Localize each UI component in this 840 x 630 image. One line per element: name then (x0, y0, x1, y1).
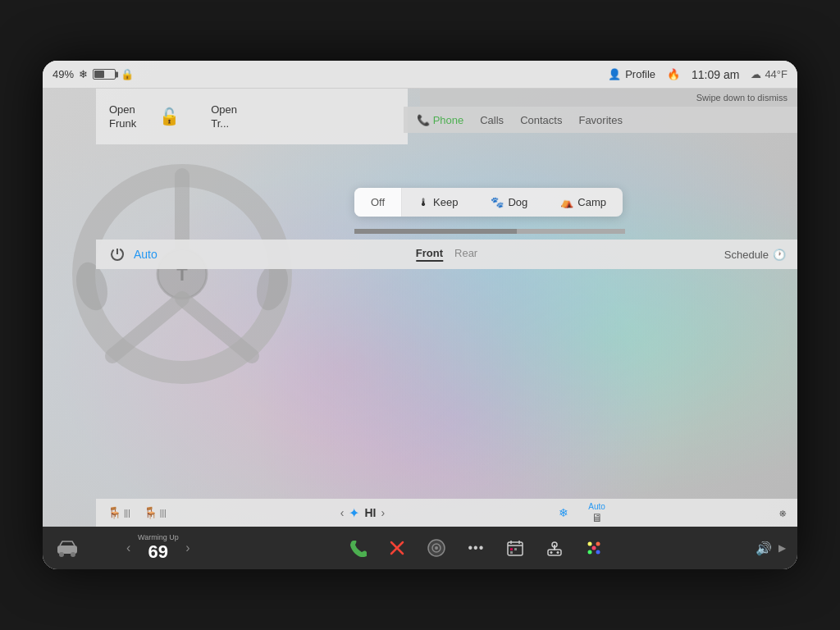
auto-button[interactable]: Auto (134, 248, 158, 261)
auto-ac-label: Auto (588, 502, 605, 511)
temp-increase-button[interactable]: › (185, 541, 189, 555)
svg-rect-24 (510, 551, 513, 554)
temp-value: 69 (148, 541, 168, 562)
calls-tab[interactable]: Calls (480, 114, 504, 126)
mode-panel: Off 🌡 Keep 🐾 Dog ⛺ Camp (354, 188, 623, 217)
screen-content: T 49% ❄ 🔒 (43, 61, 797, 569)
controls-panel: Open Frunk 🔓 Open Tr... (96, 89, 408, 144)
temperature-value: 44°F (765, 68, 788, 80)
svg-point-11 (59, 552, 64, 557)
schedule-label: Schedule (724, 249, 769, 261)
bottom-icons-row: ••• (197, 535, 756, 561)
keep-label: Keep (433, 196, 458, 208)
profile-label: Profile (625, 68, 655, 80)
phone-bar: 📞 Phone Calls Contacts Favorites (404, 107, 797, 133)
seat-controls-bar: 🪑 ||| 🪑 ||| ‹ ✦ HI › ❄ Auto 🖥 ⎈ (96, 499, 797, 527)
open-frunk-label: Open (109, 103, 135, 116)
svg-line-4 (112, 299, 182, 356)
frunk-button[interactable]: Open Frunk (109, 103, 136, 130)
seat-rear-bars: ||| (160, 509, 167, 518)
status-center: 👤 Profile 🔥 11:09 am ☁ 44°F (608, 68, 788, 81)
camp-label: Camp (578, 196, 606, 208)
svg-point-34 (592, 546, 596, 550)
front-button[interactable]: Front (416, 247, 443, 262)
favorites-tab[interactable]: Favorites (578, 114, 622, 126)
fan-level-display: HI (364, 506, 376, 519)
volume-button[interactable]: 🔊 (756, 541, 772, 556)
svg-line-5 (182, 299, 252, 356)
off-mode-button[interactable]: Off (354, 188, 402, 217)
fan-icon: ✦ (349, 505, 359, 521)
phone-tab[interactable]: 📞 Phone (417, 114, 463, 126)
svg-rect-23 (514, 548, 517, 550)
seat-rear-icon: 🪑 (144, 506, 158, 519)
dog-mode-button[interactable]: 🐾 Dog (474, 188, 544, 217)
time-display: 11:09 am (692, 68, 739, 81)
mode-progress-bar (354, 229, 625, 234)
battery-icon (93, 69, 116, 80)
fan-control: ‹ ✦ HI › (340, 505, 385, 521)
more-button[interactable]: ••• (463, 535, 489, 561)
status-left: 49% ❄ 🔒 (52, 68, 134, 80)
svg-point-28 (550, 551, 553, 554)
contacts-tab[interactable]: Contacts (520, 114, 562, 126)
person-icon: 👤 (608, 68, 621, 80)
joystick-button[interactable] (541, 535, 568, 561)
frunk-label: Frunk (109, 117, 136, 130)
car-status (54, 539, 120, 557)
profile-button[interactable]: 👤 Profile (608, 68, 655, 80)
weather-display: ☁ 44°F (751, 68, 788, 80)
open-trunk-label: Open (211, 103, 237, 116)
mode-progress-fill (354, 229, 517, 234)
seat-heat-icon: 🪑 (107, 506, 121, 519)
warming-up-label: Warming Up (135, 533, 180, 541)
fan-increase-button[interactable]: › (381, 506, 385, 519)
clock-icon: 🕐 (773, 249, 786, 261)
svg-point-29 (557, 551, 559, 554)
temperature-display: Warming Up 69 (135, 533, 180, 563)
trunk-button[interactable]: Open Tr... (211, 103, 237, 130)
dog-icon: 🐾 (491, 196, 504, 208)
snowflake-icon: ❄ (79, 68, 88, 80)
passenger-seat-icon[interactable]: ⎈ (779, 506, 786, 519)
schedule-button[interactable]: Schedule 🕐 (724, 249, 786, 261)
off-label: Off (371, 196, 385, 208)
power-button[interactable] (107, 244, 127, 264)
temp-decrease-button[interactable]: ‹ (126, 541, 130, 555)
phone-button[interactable] (345, 535, 371, 561)
trunk-label: Tr... (211, 117, 229, 130)
fan-decrease-button[interactable]: ‹ (340, 506, 345, 519)
svg-point-31 (596, 542, 600, 546)
camp-icon: ⛺ (560, 196, 573, 208)
battery-fill (94, 71, 104, 78)
climate-bar: Auto Front Rear Schedule 🕐 (96, 240, 797, 269)
status-bar: 49% ❄ 🔒 👤 Profile 🔥 11:09 am ☁ (43, 61, 797, 89)
cancel-button[interactable] (384, 535, 410, 561)
keep-icon: 🌡 (418, 196, 429, 208)
svg-point-12 (71, 552, 75, 557)
camera-button[interactable] (423, 535, 450, 561)
apps-button[interactable] (581, 535, 607, 561)
screen-icon[interactable]: 🖥 (591, 511, 603, 524)
lock-icon: 🔒 (121, 68, 134, 80)
svg-point-33 (596, 550, 600, 555)
cloud-icon: ☁ (751, 68, 761, 80)
rear-button[interactable]: Rear (454, 247, 477, 262)
ac-button[interactable]: ❄ (559, 506, 568, 519)
battery-percentage: 49% (52, 68, 74, 80)
seat-heat-left-button[interactable]: 🪑 ||| (107, 506, 130, 519)
frunk-trunk-row: Open Frunk 🔓 Open Tr... (96, 97, 408, 136)
volume-right-button[interactable]: ▶ (778, 542, 786, 554)
swipe-notification: Swipe down to dismiss (420, 89, 797, 107)
steering-wheel-area: T (67, 159, 297, 389)
calendar-button[interactable] (502, 535, 528, 561)
temperature-control: ‹ Warming Up 69 › (126, 533, 190, 563)
swipe-text: Swipe down to dismiss (696, 93, 788, 103)
svg-point-32 (588, 550, 592, 555)
keep-mode-button[interactable]: 🌡 Keep (402, 188, 474, 217)
flame-icon: 🔥 (667, 68, 680, 80)
camp-mode-button[interactable]: ⛺ Camp (544, 188, 623, 217)
seat-heat-rear-button[interactable]: 🪑 ||| (144, 506, 167, 519)
phone-icon-small: 📞 (417, 114, 430, 126)
unlock-icon[interactable]: 🔓 (159, 107, 180, 126)
